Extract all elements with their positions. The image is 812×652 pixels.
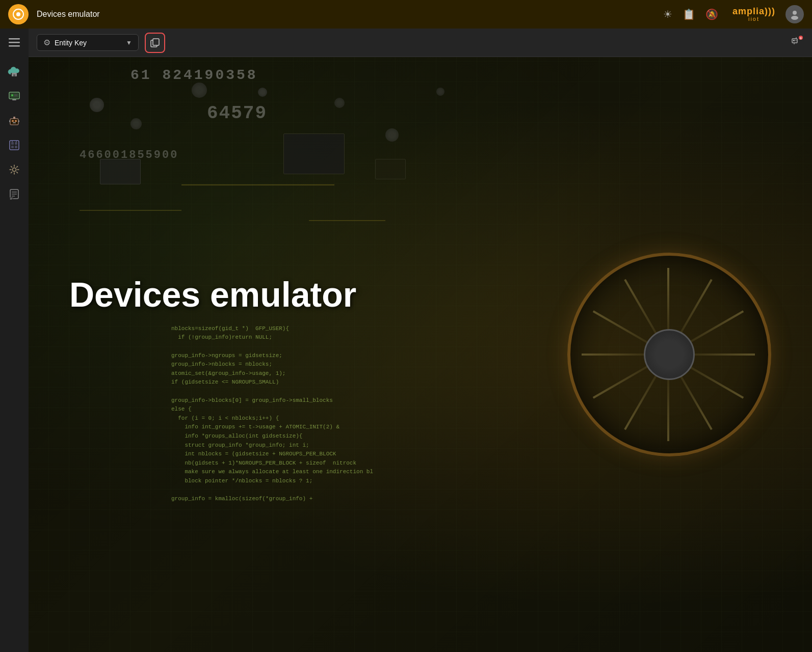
- top-navbar: Devices emulator ☀ 📋 🔕 amplia))) iiot: [0, 0, 812, 29]
- entity-key-select[interactable]: ⚙ Entity Key ▼: [37, 34, 139, 51]
- hero-numbers-1: 61 824190358: [130, 67, 258, 83]
- svg-rect-37: [153, 39, 159, 45]
- app-logo[interactable]: [8, 4, 29, 24]
- sidebar-item-circuit[interactable]: [4, 135, 24, 155]
- trace-1: [80, 210, 181, 211]
- cap-5: [334, 98, 345, 108]
- hero-title: Devices emulator: [69, 276, 356, 314]
- svg-point-28: [13, 168, 16, 172]
- comp-2: [283, 133, 345, 174]
- svg-rect-4: [9, 38, 20, 40]
- cap-2: [130, 118, 142, 129]
- svg-point-2: [793, 11, 797, 15]
- content-area: ⚙ Entity Key ▼: [29, 29, 812, 652]
- trace-3: [309, 220, 385, 221]
- svg-point-12: [11, 94, 13, 96]
- toolbar: ⚙ Entity Key ▼: [29, 29, 812, 57]
- svg-rect-11: [12, 99, 16, 100]
- svg-rect-14: [10, 119, 18, 125]
- nav-icons: ☀ 📋 🔕 amplia))) iiot: [663, 5, 804, 23]
- notification-button-wrapper: 0: [791, 35, 804, 51]
- svg-rect-17: [13, 122, 16, 123]
- hero-numbers-3: 64579: [207, 103, 267, 124]
- svg-rect-23: [15, 142, 17, 145]
- brand-logo: amplia))) iiot: [732, 7, 775, 22]
- cap-1: [90, 98, 104, 112]
- user-avatar[interactable]: [785, 5, 804, 23]
- svg-rect-15: [12, 120, 14, 122]
- sidebar: [0, 29, 29, 652]
- svg-rect-19: [9, 120, 10, 122]
- brand-sub-text: iiot: [748, 16, 759, 22]
- fan-circle: [567, 253, 771, 456]
- cap-6: [385, 128, 399, 142]
- hero-components: 61 824190358 466001855900 64579 nblocks=…: [29, 57, 812, 652]
- svg-point-3: [791, 16, 798, 20]
- hero-section: 61 824190358 466001855900 64579 nblocks=…: [29, 57, 812, 652]
- svg-rect-24: [11, 146, 14, 148]
- svg-rect-39: [793, 40, 795, 41]
- svg-rect-21: [10, 141, 19, 150]
- main-layout: ⚙ Entity Key ▼: [0, 29, 812, 652]
- svg-rect-8: [13, 74, 15, 76]
- notifications-icon[interactable]: 0: [791, 38, 804, 50]
- entity-key-label: Entity Key: [55, 39, 122, 47]
- svg-point-1: [16, 12, 20, 16]
- svg-rect-5: [9, 42, 20, 43]
- svg-rect-25: [15, 146, 17, 148]
- entity-key-icon: ⚙: [43, 38, 50, 47]
- brand-main-text: amplia))): [732, 7, 775, 16]
- fan-inner: [644, 329, 695, 380]
- cap-3: [258, 88, 267, 97]
- trace-2: [181, 184, 334, 185]
- comp-1: [100, 159, 141, 184]
- svg-rect-16: [15, 120, 17, 122]
- sidebar-item-devices[interactable]: [4, 86, 24, 106]
- sidebar-item-cloud[interactable]: [4, 62, 24, 82]
- clipboard-icon[interactable]: 📋: [683, 8, 695, 20]
- bell-off-icon[interactable]: 🔕: [705, 8, 718, 20]
- nav-title: Devices emulator: [37, 10, 655, 19]
- sidebar-item-settings[interactable]: [4, 159, 24, 180]
- svg-rect-40: [796, 40, 796, 41]
- svg-rect-22: [11, 142, 14, 145]
- hero-code-overlay: nblocks=sizeof(gid_t *) GFP_USER){ if (!…: [171, 324, 373, 504]
- cap-7: [436, 88, 444, 96]
- svg-rect-20: [18, 120, 19, 122]
- sidebar-item-robot[interactable]: [4, 111, 24, 131]
- dropdown-arrow-icon: ▼: [126, 39, 132, 46]
- sidebar-menu-toggle[interactable]: [5, 33, 24, 55]
- sun-icon[interactable]: ☀: [663, 8, 672, 20]
- svg-rect-18: [13, 117, 15, 119]
- copy-button[interactable]: [145, 33, 165, 53]
- svg-rect-6: [9, 45, 20, 47]
- sidebar-item-logs[interactable]: [4, 184, 24, 204]
- svg-rect-13: [14, 94, 17, 96]
- cap-4: [192, 83, 207, 98]
- comp-3: [375, 159, 406, 179]
